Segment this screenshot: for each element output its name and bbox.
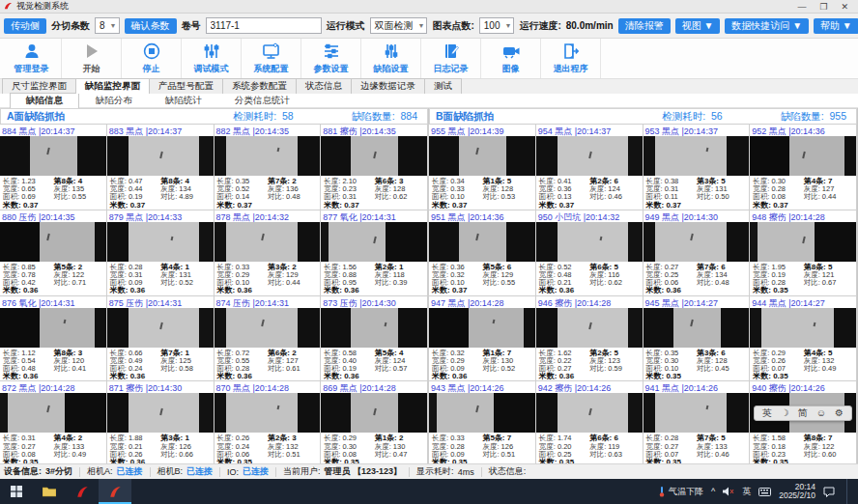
defect-cell-947[interactable]: 947 黑点 |20:14:28长度: 0.32宽度: 0.29面积: 0.09… [428,295,536,382]
defect-thumbnail-image[interactable] [0,393,106,433]
subtab-1[interactable]: 缺陷分布 [79,93,149,109]
defect-thumbnail-image[interactable] [0,136,106,176]
defect-thumbnail-image[interactable] [321,136,427,176]
defect-thumbnail-image[interactable] [214,222,321,262]
roll-number-input[interactable] [206,17,322,34]
defect-thumbnail-image[interactable] [214,393,321,433]
close-button[interactable]: ✕ [841,2,848,12]
defect-thumbnail-image[interactable] [0,222,106,262]
tray-expand-chevron[interactable]: ^ [711,487,715,496]
defect-cell-881[interactable]: 881 擦伤 |20:14:35长度: 2.10宽度: 0.23面积: 0.31… [320,124,428,210]
defect-thumbnail-image[interactable] [536,222,643,262]
defect-cell-953[interactable]: 953 黑点 |20:14:37长度: 0.38宽度: 0.31面积: 0.11… [643,124,751,210]
app-icon-1[interactable] [66,479,99,504]
maximize-button[interactable]: ❐ [819,2,827,12]
defect-cell-884[interactable]: 884 黑点 |20:14:37长度: 1.23宽度: 0.65面积: 0.69… [0,124,107,210]
start-button[interactable] [0,479,33,504]
action-user-button[interactable]: 管理登录 [2,39,62,78]
notification-center-icon[interactable] [823,487,835,497]
action-log-button[interactable]: 日志记录 [421,39,481,78]
clear-alarm-button[interactable]: 清除报警 [618,18,671,34]
taskbar-clock[interactable]: 20:142025/2/10 [779,483,815,501]
defect-thumbnail-image[interactable] [644,308,750,348]
tab-5[interactable]: 边缘数据记录 [351,78,425,94]
defect-cell-870[interactable]: 870 黑点 |20:14:28长度: 0.26宽度: 0.24面积: 0.06… [214,380,322,463]
defect-cell-950[interactable]: 950 小凹坑 |20:14:32长度: 0.52宽度: 0.48面积: 0.2… [535,210,644,296]
action-sliders-v2-button[interactable]: 缺陷设置 [361,39,421,78]
defect-cell-954[interactable]: 954 黑点 |20:14:37长度: 0.41宽度: 0.36面积: 0.13… [535,124,644,210]
defect-thumbnail-image[interactable] [750,222,856,262]
defect-thumbnail-image[interactable] [107,308,214,348]
defect-cell-882[interactable]: 882 黑点 |20:14:35长度: 0.35宽度: 0.52面积: 0.14… [214,124,322,210]
ime-emoji-icon[interactable]: ☺ [816,408,826,418]
defect-cell-869[interactable]: 869 黑点 |20:14:28长度: 0.29宽度: 0.30面积: 0.08… [320,380,428,463]
minimize-button[interactable]: — [797,2,806,12]
action-play-button[interactable]: 开始 [62,39,122,78]
volume-icon[interactable] [723,487,734,496]
data-quick-access-button[interactable]: 数据快捷访问 ▼ [725,18,809,34]
ime-toolbar[interactable]: 英☽简☺⚙ [754,406,852,421]
defect-thumbnail-image[interactable] [429,136,535,176]
weather-widget[interactable]: 气温下降 [658,486,703,498]
run-mode-select[interactable]: 双面检测▼ [370,17,428,34]
defect-thumbnail-image[interactable] [429,308,535,348]
defect-thumbnail-image[interactable] [536,393,643,433]
defect-cell-941[interactable]: 941 黑点 |20:14:26长度: 0.28宽度: 0.27面积: 0.07… [643,380,751,463]
defect-thumbnail-image[interactable] [321,308,427,348]
defect-thumbnail-image[interactable] [107,222,214,262]
confirm-count-button[interactable]: 确认条数 [125,18,177,34]
action-camera-button[interactable]: 图像 [481,39,541,78]
defect-thumbnail-image[interactable] [644,222,750,262]
ime-lang-toggle[interactable]: 英 [762,408,772,418]
defect-cell-948[interactable]: 948 擦伤 |20:14:28长度: 1.95宽度: 0.19面积: 0.28… [749,210,857,296]
tab-6[interactable]: 测试 [424,78,462,94]
help-menu-button[interactable]: 帮助 ▼ [814,18,858,34]
defect-thumbnail-image[interactable] [536,308,643,348]
defect-cell-878[interactable]: 878 黑点 |20:14:32长度: 0.33宽度: 0.29面积: 0.10… [214,210,322,296]
defect-cell-946[interactable]: 946 擦伤 |20:14:28长度: 1.62宽度: 0.22面积: 0.27… [535,295,644,382]
defect-cell-875[interactable]: 875 压伤 |20:14:31长度: 0.66宽度: 0.49面积: 0.24… [106,295,214,382]
defect-cell-940[interactable]: 940 擦伤 |20:14:26长度: 1.58宽度: 0.18面积: 0.23… [749,380,857,463]
defect-thumbnail-image[interactable] [429,222,535,262]
view-menu-button[interactable]: 视图 ▼ [675,18,721,34]
defect-thumbnail-image[interactable] [644,393,750,433]
defect-thumbnail-image[interactable] [750,308,856,348]
defect-cell-949[interactable]: 949 黑点 |20:14:30长度: 0.27宽度: 0.25面积: 0.06… [643,210,751,296]
panel-title[interactable]: A面缺陷抓拍 [7,110,65,124]
defect-thumbnail-image[interactable] [214,308,321,348]
defect-cell-874[interactable]: 874 压伤 |20:14:31长度: 0.72宽度: 0.55面积: 0.28… [214,295,322,382]
defect-cell-944[interactable]: 944 黑点 |20:14:27长度: 0.29宽度: 0.26面积: 0.07… [749,295,857,382]
show-desktop-button[interactable] [846,479,852,504]
ime-moon-icon[interactable]: ☽ [781,408,789,418]
action-sliders-h-button[interactable]: 参数设置 [301,39,361,78]
defect-cell-880[interactable]: 880 压伤 |20:14:35长度: 0.85宽度: 0.78面积: 0.42… [0,210,107,296]
defect-thumbnail-image[interactable] [214,136,321,176]
defect-cell-942[interactable]: 942 擦伤 |20:14:26长度: 1.74宽度: 0.20面积: 0.25… [535,380,644,463]
defect-cell-883[interactable]: 883 黑点 |20:14:37长度: 0.47宽度: 0.44面积: 0.19… [106,124,214,210]
defect-cell-952[interactable]: 952 黑点 |20:14:36长度: 0.30宽度: 0.28面积: 0.08… [749,124,857,210]
defect-cell-945[interactable]: 945 黑点 |20:14:27长度: 0.35宽度: 0.30面积: 0.10… [643,295,751,382]
tab-1[interactable]: 缺陷监控界面 [75,78,150,94]
defect-thumbnail-image[interactable] [107,136,214,176]
app-icon-2-active[interactable] [99,479,131,504]
language-indicator[interactable]: 英 [742,486,751,498]
ime-simplified-toggle[interactable]: 简 [798,408,808,418]
defect-cell-871[interactable]: 871 擦伤 |20:14:30长度: 1.88宽度: 0.21面积: 0.26… [106,380,214,463]
action-exit-button[interactable]: 退出程序 [541,39,601,78]
defect-thumbnail-image[interactable] [644,136,750,176]
defect-cell-879[interactable]: 879 黑点 |20:14:33长度: 0.28宽度: 0.31面积: 0.09… [106,210,214,296]
action-monitor-button[interactable]: 系统配置 [242,39,301,78]
defect-cell-955[interactable]: 955 黑点 |20:14:39长度: 0.34宽度: 0.33面积: 0.10… [428,124,536,210]
chart-points-select[interactable]: 100▼ [479,17,515,34]
ime-settings-gear-icon[interactable]: ⚙ [835,408,844,418]
defect-thumbnail-image[interactable] [429,393,535,433]
subtab-0[interactable]: 缺陷信息 [10,93,79,109]
split-count-select[interactable]: 8▼ [95,17,120,34]
defect-thumbnail-image[interactable] [750,136,856,176]
defect-cell-951[interactable]: 951 黑点 |20:14:36长度: 0.36宽度: 0.32面积: 0.10… [428,210,536,296]
drive-side-button[interactable]: 传动侧 [4,18,46,34]
defect-cell-873[interactable]: 873 压伤 |20:14:30长度: 0.58宽度: 0.40面积: 0.19… [320,295,428,382]
defect-thumbnail-image[interactable] [536,136,643,176]
defect-cell-872[interactable]: 872 黑点 |20:14:28长度: 0.31宽度: 0.27面积: 0.08… [0,380,107,463]
defect-thumbnail-image[interactable] [0,308,106,348]
